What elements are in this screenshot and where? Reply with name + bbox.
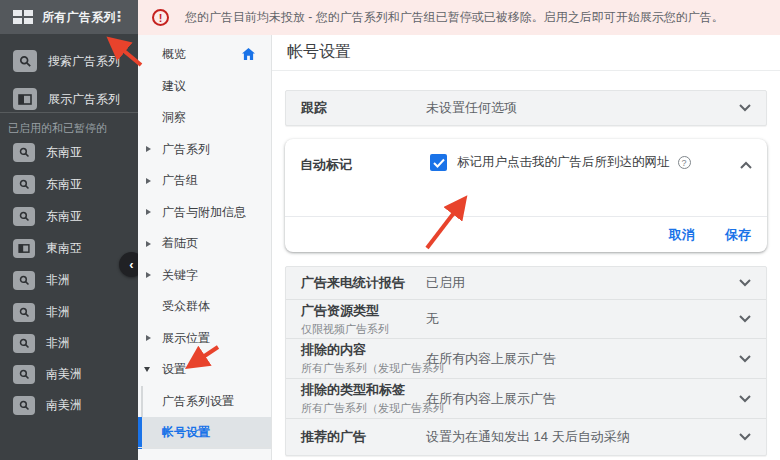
page-title-bar: 帐号设置: [272, 35, 780, 71]
chevron-down-icon[interactable]: [739, 355, 751, 363]
chevron-down-icon[interactable]: [739, 395, 751, 403]
settings-group-card: 广告来电统计报告 已启用 广告资源类型 仅限视频广告系列 无 排除的内容 所有广…: [285, 266, 767, 456]
search-icon: [13, 143, 35, 162]
auto-tagging-actions: 取消 保存: [285, 216, 767, 252]
campaign-label: 东南亚: [46, 144, 82, 161]
nav-item-ad-groups[interactable]: 广告组: [138, 165, 271, 197]
chevron-up-icon[interactable]: [740, 161, 752, 169]
auto-tagging-row: 自动标记 标记用户点击我的广告后所到达的网址 ?: [285, 139, 767, 216]
campaign-label: 非洲: [46, 304, 70, 321]
alert-icon: !: [152, 9, 169, 26]
row-label: 跟踪: [301, 99, 327, 117]
sidebar-campaign-item[interactable]: 非洲: [0, 265, 138, 296]
search-icon: [13, 334, 35, 353]
collapse-arrow-icon: [144, 367, 150, 372]
chevron-down-icon[interactable]: [739, 315, 751, 323]
nav-divider: [138, 447, 271, 448]
nav-item-ads-extensions[interactable]: 广告与附加信息: [138, 197, 271, 229]
nav-item-keywords[interactable]: 关键字: [138, 260, 271, 292]
campaign-label: 東南亞: [46, 240, 82, 257]
chevron-down-icon[interactable]: [739, 104, 751, 112]
nav-item-overview[interactable]: 概览: [138, 39, 271, 71]
all-campaigns-grid-icon: [13, 10, 33, 25]
home-icon: [242, 48, 255, 63]
expand-arrow-icon: [146, 178, 151, 184]
nav-item-campaigns[interactable]: 广告系列: [138, 134, 271, 166]
sidebar-divider: [0, 112, 138, 113]
auto-tagging-card: 自动标记 标记用户点击我的广告后所到达的网址 ? 取消 保存: [285, 139, 767, 252]
nav-item-placements[interactable]: 展示位置: [138, 323, 271, 355]
expand-arrow-icon: [146, 241, 151, 247]
search-icon: [13, 365, 35, 384]
display-icon: [13, 239, 35, 258]
search-icon: [13, 271, 35, 290]
campaign-label: 非洲: [46, 272, 70, 289]
section-nav: 概览 建议 洞察 广告系列 广告组 广告与附加信息 着陆页 关键字 受众群体 展…: [138, 35, 272, 460]
excluded-types-labels-row[interactable]: 排除的类型和标签 所有广告系列（发现广告系列 在所有内容上展示广告: [286, 378, 766, 418]
expand-arrow-icon: [146, 272, 151, 278]
nav-item-insights[interactable]: 洞察: [138, 102, 271, 134]
search-icon: [13, 50, 37, 72]
campaign-label: 非洲: [46, 335, 70, 352]
expand-arrow-icon: [146, 335, 151, 341]
all-campaigns-header[interactable]: 所有广告系列 ⋮: [0, 0, 138, 34]
nav-item-settings[interactable]: 设置: [138, 354, 271, 386]
help-icon[interactable]: ?: [678, 156, 691, 169]
search-icon: [13, 207, 35, 226]
excluded-content-row[interactable]: 排除的内容 所有广告系列（发现广告系列 在所有内容上展示广告: [286, 338, 766, 378]
page-title: 帐号设置: [287, 42, 351, 63]
sidebar-title: 所有广告系列: [42, 9, 116, 26]
tracking-row[interactable]: 跟踪 未设置任何选项: [285, 90, 767, 126]
chevron-down-icon[interactable]: [739, 433, 751, 441]
recommended-ads-row[interactable]: 推荐的广告 设置为在通知发出 14 天后自动采纳: [286, 418, 766, 454]
nav-item-account-settings[interactable]: 帐号设置: [138, 417, 271, 449]
sidebar-campaign-item[interactable]: 东南亚: [0, 137, 138, 168]
sidebar-section-label: 已启用的和已暂停的: [8, 121, 107, 136]
sidebar-item-search-campaigns[interactable]: 搜索广告系列: [0, 44, 138, 78]
campaign-label: 南美洲: [46, 366, 82, 383]
sidebar-item-label: 搜索广告系列: [48, 53, 120, 70]
sidebar-campaign-item[interactable]: 东南亚: [0, 169, 138, 200]
expand-arrow-icon: [146, 209, 151, 215]
cancel-button[interactable]: 取消: [669, 226, 695, 244]
search-icon: [13, 396, 35, 415]
sidebar-item-display-campaigns[interactable]: 展示广告系列: [0, 82, 138, 116]
notification-text: 您的广告目前均未投放 - 您的广告系列和广告组已暂停或已被移除。启用之后即可开始…: [185, 9, 724, 26]
main-content: 帐号设置 跟踪 未设置任何选项 自动标记 标记用户点击我的广告后所到达的网址 ?: [272, 35, 780, 460]
chevron-left-icon: ‹: [129, 257, 133, 272]
sidebar-campaign-item[interactable]: 非洲: [0, 297, 138, 328]
search-icon: [13, 175, 35, 194]
more-options-icon[interactable]: ⋮: [112, 8, 126, 24]
sidebar-item-label: 展示广告系列: [48, 91, 120, 108]
auto-tagging-option[interactable]: 标记用户点击我的广告后所到达的网址 ?: [430, 154, 691, 171]
campaign-label: 东南亚: [46, 176, 82, 193]
row-value: 未设置任何选项: [426, 99, 517, 117]
checkbox-label: 标记用户点击我的广告后所到达的网址: [457, 154, 670, 171]
sidebar-campaign-item[interactable]: 东南亚: [0, 201, 138, 232]
search-icon: [13, 303, 35, 322]
auto-tagging-checkbox[interactable]: [430, 154, 447, 171]
row-label: 自动标记: [300, 156, 352, 174]
campaign-label: 南美洲: [46, 397, 82, 414]
chevron-down-icon[interactable]: [739, 279, 751, 287]
nav-item-campaign-settings[interactable]: 广告系列设置: [138, 386, 271, 418]
campaign-sidebar: 所有广告系列 ⋮ 搜索广告系列 展示广告系列 已启用的和已暂停的 东南亚 东南亚: [0, 0, 138, 460]
campaign-label: 东南亚: [46, 208, 82, 225]
call-reporting-row[interactable]: 广告来电统计报告 已启用: [286, 267, 766, 299]
nav-item-landing-pages[interactable]: 着陆页: [138, 228, 271, 260]
display-icon: [13, 88, 37, 110]
google-ads-account-settings-page: 所有广告系列 ⋮ 搜索广告系列 展示广告系列 已启用的和已暂停的 东南亚 东南亚: [0, 0, 780, 460]
sidebar-campaign-item[interactable]: 非洲: [0, 328, 138, 359]
sidebar-campaign-item[interactable]: 南美洲: [0, 359, 138, 390]
notification-banner: ! 您的广告目前均未投放 - 您的广告系列和广告组已暂停或已被移除。启用之后即可…: [138, 0, 780, 35]
sidebar-campaign-item[interactable]: 東南亞: [0, 233, 138, 264]
sidebar-campaign-item[interactable]: 南美洲: [0, 390, 138, 421]
nav-item-recommendations[interactable]: 建议: [138, 71, 271, 103]
inventory-type-row[interactable]: 广告资源类型 仅限视频广告系列 无: [286, 299, 766, 338]
save-button[interactable]: 保存: [725, 226, 751, 244]
expand-arrow-icon: [146, 146, 151, 152]
nav-item-audiences[interactable]: 受众群体: [138, 291, 271, 323]
